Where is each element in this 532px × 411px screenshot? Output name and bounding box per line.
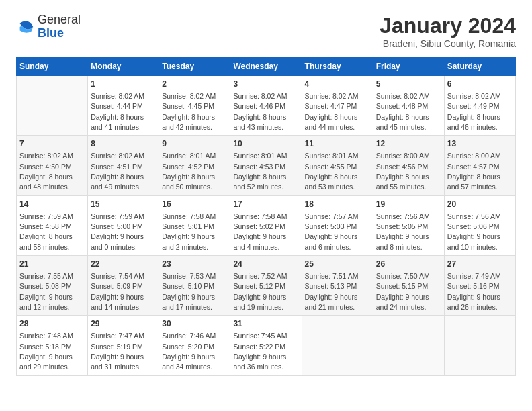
sunset-info: Sunset: 4:47 PM [305, 102, 357, 110]
day-number: 30 [162, 318, 227, 330]
daylight-info: Daylight: 9 hours and 21 minutes. [305, 293, 358, 311]
daylight-info: Daylight: 9 hours and 0 minutes. [91, 232, 144, 250]
calendar-cell: 30 Sunrise: 7:46 AM Sunset: 5:20 PM Dayl… [159, 316, 230, 375]
sunset-info: Sunset: 5:03 PM [305, 222, 357, 230]
calendar-cell: 28 Sunrise: 7:48 AM Sunset: 5:18 PM Dayl… [17, 316, 88, 375]
logo: General Blue [16, 13, 81, 40]
day-number: 11 [305, 138, 370, 150]
sunrise-info: Sunrise: 7:48 AM [19, 332, 73, 340]
logo-blue: Blue [38, 26, 64, 40]
sunrise-info: Sunrise: 8:01 AM [305, 152, 359, 160]
month-title: January 2024 [380, 13, 516, 38]
daylight-info: Daylight: 8 hours and 58 minutes. [19, 232, 73, 250]
calendar-week-1: 1 Sunrise: 8:02 AM Sunset: 4:44 PM Dayli… [17, 76, 516, 136]
calendar-week-4: 21 Sunrise: 7:55 AM Sunset: 5:08 PM Dayl… [17, 256, 516, 316]
sunrise-info: Sunrise: 7:49 AM [447, 272, 501, 280]
calendar-cell [373, 316, 444, 375]
daylight-info: Daylight: 8 hours and 44 minutes. [305, 113, 358, 131]
calendar-cell: 26 Sunrise: 7:50 AM Sunset: 5:15 PM Dayl… [373, 256, 444, 316]
daylight-info: Daylight: 9 hours and 4 minutes. [233, 232, 286, 250]
day-number: 29 [91, 318, 156, 330]
day-number: 18 [305, 199, 370, 210]
calendar-cell: 3 Sunrise: 8:02 AM Sunset: 4:46 PM Dayli… [230, 76, 302, 136]
daylight-info: Daylight: 8 hours and 57 minutes. [447, 173, 500, 191]
sunset-info: Sunset: 5:00 PM [91, 222, 143, 230]
day-number: 25 [305, 259, 370, 270]
daylight-info: Daylight: 8 hours and 43 minutes. [233, 113, 286, 131]
daylight-info: Daylight: 8 hours and 53 minutes. [305, 173, 358, 191]
day-number: 17 [233, 199, 298, 210]
calendar-cell: 2 Sunrise: 8:02 AM Sunset: 4:45 PM Dayli… [159, 76, 230, 136]
daylight-info: Daylight: 9 hours and 17 minutes. [162, 293, 215, 311]
day-number: 10 [233, 138, 298, 150]
sunrise-info: Sunrise: 7:56 AM [376, 212, 430, 220]
sunset-info: Sunset: 4:44 PM [91, 102, 143, 110]
sunset-info: Sunset: 5:16 PM [447, 282, 500, 290]
daylight-info: Daylight: 9 hours and 34 minutes. [162, 353, 215, 371]
sunrise-info: Sunrise: 7:55 AM [19, 272, 73, 280]
daylight-info: Daylight: 9 hours and 12 minutes. [19, 293, 73, 311]
sunset-info: Sunset: 5:19 PM [91, 342, 143, 351]
calendar-cell: 24 Sunrise: 7:52 AM Sunset: 5:12 PM Dayl… [230, 256, 302, 316]
calendar-cell: 21 Sunrise: 7:55 AM Sunset: 5:08 PM Dayl… [17, 256, 88, 316]
sunset-info: Sunset: 5:01 PM [162, 222, 214, 230]
day-number: 7 [19, 138, 85, 150]
sunset-info: Sunset: 5:02 PM [233, 222, 285, 230]
day-number: 24 [233, 259, 298, 270]
sunrise-info: Sunrise: 8:02 AM [91, 152, 144, 160]
calendar-cell: 23 Sunrise: 7:53 AM Sunset: 5:10 PM Dayl… [159, 256, 230, 316]
sunset-info: Sunset: 4:46 PM [233, 102, 285, 110]
calendar-cell: 25 Sunrise: 7:51 AM Sunset: 5:13 PM Dayl… [302, 256, 373, 316]
calendar-cell: 16 Sunrise: 7:58 AM Sunset: 5:01 PM Dayl… [159, 195, 230, 255]
calendar-cell: 6 Sunrise: 8:02 AM Sunset: 4:49 PM Dayli… [444, 76, 515, 136]
calendar-cell [444, 316, 515, 375]
logo-general: General [38, 13, 81, 26]
calendar-cell: 17 Sunrise: 7:58 AM Sunset: 5:02 PM Dayl… [230, 195, 302, 255]
calendar-table: Sunday Monday Tuesday Wednesday Thursday… [16, 57, 516, 376]
sunrise-info: Sunrise: 8:02 AM [376, 92, 430, 100]
col-monday: Monday [88, 58, 159, 76]
calendar-cell: 31 Sunrise: 7:45 AM Sunset: 5:22 PM Dayl… [230, 316, 302, 375]
daylight-info: Daylight: 9 hours and 19 minutes. [233, 293, 286, 311]
col-friday: Friday [373, 58, 444, 76]
sunset-info: Sunset: 4:55 PM [305, 163, 357, 171]
daylight-info: Daylight: 8 hours and 52 minutes. [233, 173, 286, 191]
sunrise-info: Sunrise: 8:02 AM [305, 92, 359, 100]
daylight-info: Daylight: 9 hours and 10 minutes. [447, 232, 500, 250]
day-number: 4 [305, 79, 370, 90]
calendar-cell: 8 Sunrise: 8:02 AM Sunset: 4:51 PM Dayli… [88, 136, 159, 195]
sunrise-info: Sunrise: 8:00 AM [447, 152, 501, 160]
day-number: 2 [162, 79, 227, 90]
page: General Blue January 2024 Bradeni, Sibiu… [0, 0, 532, 411]
calendar-cell: 15 Sunrise: 7:59 AM Sunset: 5:00 PM Dayl… [88, 195, 159, 255]
daylight-info: Daylight: 9 hours and 6 minutes. [305, 232, 358, 250]
day-number: 21 [19, 259, 85, 270]
calendar-cell: 4 Sunrise: 8:02 AM Sunset: 4:47 PM Dayli… [302, 76, 373, 136]
sunrise-info: Sunrise: 8:02 AM [91, 92, 144, 100]
sunset-info: Sunset: 5:12 PM [233, 282, 285, 290]
sunset-info: Sunset: 5:08 PM [19, 282, 72, 290]
day-number: 28 [19, 318, 85, 330]
calendar-cell: 11 Sunrise: 8:01 AM Sunset: 4:55 PM Dayl… [302, 136, 373, 195]
header-row: Sunday Monday Tuesday Wednesday Thursday… [17, 58, 516, 76]
daylight-info: Daylight: 8 hours and 42 minutes. [162, 113, 215, 131]
sunset-info: Sunset: 4:49 PM [447, 102, 500, 110]
calendar-cell: 5 Sunrise: 8:02 AM Sunset: 4:48 PM Dayli… [373, 76, 444, 136]
calendar-cell [17, 76, 88, 136]
header: General Blue January 2024 Bradeni, Sibiu… [16, 13, 516, 49]
sunrise-info: Sunrise: 7:53 AM [162, 272, 216, 280]
day-number: 20 [447, 199, 513, 210]
day-number: 16 [162, 199, 227, 210]
sunrise-info: Sunrise: 8:02 AM [447, 92, 501, 100]
daylight-info: Daylight: 8 hours and 41 minutes. [91, 113, 144, 131]
sunrise-info: Sunrise: 7:51 AM [305, 272, 359, 280]
calendar-cell: 1 Sunrise: 8:02 AM Sunset: 4:44 PM Dayli… [88, 76, 159, 136]
calendar-cell [302, 316, 373, 375]
sunset-info: Sunset: 5:22 PM [233, 342, 285, 351]
calendar-cell: 13 Sunrise: 8:00 AM Sunset: 4:57 PM Dayl… [444, 136, 515, 195]
sunset-info: Sunset: 5:20 PM [162, 342, 214, 351]
sunset-info: Sunset: 4:58 PM [19, 222, 72, 230]
calendar-cell: 10 Sunrise: 8:01 AM Sunset: 4:53 PM Dayl… [230, 136, 302, 195]
calendar-cell: 9 Sunrise: 8:01 AM Sunset: 4:52 PM Dayli… [159, 136, 230, 195]
title-block: January 2024 Bradeni, Sibiu County, Roma… [380, 13, 516, 49]
